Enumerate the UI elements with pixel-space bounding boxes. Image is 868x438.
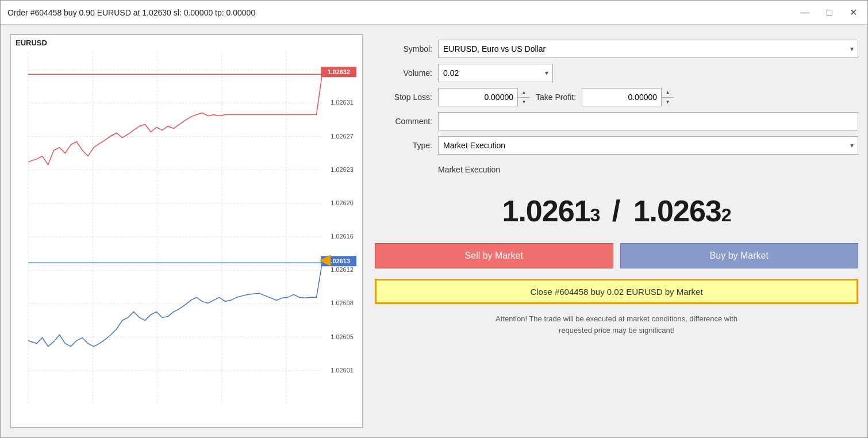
price-chart: 1.02634 1.02631 1.02627 1.02623 1.02620 … — [11, 35, 362, 427]
minimize-button[interactable]: — — [797, 7, 813, 18]
attention-line2: requested price may be significant! — [559, 326, 674, 335]
take-profit-up-button[interactable]: ▲ — [662, 88, 674, 98]
svg-text:1.02608: 1.02608 — [331, 299, 353, 306]
controls-panel: Symbol: EURUSD, Euro vs US Dollar ▾ Volu… — [375, 34, 858, 428]
svg-text:1.02605: 1.02605 — [331, 333, 353, 340]
svg-text:1.02601: 1.02601 — [331, 367, 353, 374]
action-buttons: Sell by Market Buy by Market — [375, 243, 858, 268]
take-profit-spinner: ▲ ▼ — [661, 88, 674, 106]
volume-row: Volume: 0.02 0.01 0.05 0.10 ▾ — [375, 64, 858, 82]
svg-text:1.02613: 1.02613 — [328, 258, 350, 264]
volume-select-wrapper[interactable]: 0.02 0.01 0.05 0.10 ▾ — [438, 64, 553, 82]
type-label: Type: — [375, 141, 432, 150]
bid-small: 3 — [590, 205, 600, 225]
take-profit-spinbox[interactable]: 0.00000 ▲ ▼ — [582, 88, 674, 106]
comment-input[interactable] — [438, 112, 858, 130]
svg-text:1.02623: 1.02623 — [331, 166, 353, 173]
take-profit-label: Take Profit: — [536, 93, 576, 102]
svg-text:1.02616: 1.02616 — [331, 233, 353, 240]
main-content: EURUSD — [1, 25, 867, 437]
stop-loss-down-button[interactable]: ▼ — [518, 98, 530, 107]
sl-tp-row: Stop Loss: 0.00000 ▲ ▼ Take Profit: 0.00… — [375, 88, 858, 106]
attention-text: Attention! The trade will be executed at… — [375, 313, 858, 336]
svg-text:1.02631: 1.02631 — [331, 99, 353, 106]
market-exec-row: Market Execution — [375, 160, 858, 179]
type-select-wrapper[interactable]: Market Execution ▾ — [438, 136, 858, 155]
symbol-label: Symbol: — [375, 44, 432, 53]
price-display: 1.02613 / 1.02632 — [375, 185, 858, 233]
window-title: Order #604458 buy 0.90 EURUSD at 1.02630… — [7, 8, 797, 17]
stop-loss-input[interactable]: 0.00000 — [438, 88, 530, 106]
symbol-row: Symbol: EURUSD, Euro vs US Dollar ▾ — [375, 40, 858, 58]
type-row: Type: Market Execution ▾ — [375, 136, 858, 155]
take-profit-input[interactable]: 0.00000 — [582, 88, 674, 106]
ask-main: 1.0263 — [633, 194, 721, 228]
market-execution-label: Market Execution — [438, 164, 500, 175]
close-order-button[interactable]: Close #604458 buy 0.02 EURUSD by Market — [375, 279, 858, 304]
title-bar: Order #604458 buy 0.90 EURUSD at 1.02630… — [1, 1, 867, 25]
window-controls: — □ ✕ — [797, 7, 861, 18]
comment-row: Comment: — [375, 112, 858, 130]
chart-symbol-label: EURUSD — [16, 39, 47, 47]
svg-text:1.02620: 1.02620 — [331, 199, 353, 206]
volume-select[interactable]: 0.02 0.01 0.05 0.10 — [438, 64, 553, 82]
stop-loss-spinbox[interactable]: 0.00000 ▲ ▼ — [438, 88, 530, 106]
svg-text:1.02632: 1.02632 — [328, 68, 350, 75]
symbol-select-wrapper[interactable]: EURUSD, Euro vs US Dollar ▾ — [438, 40, 858, 58]
ask-price-display: 1.02632 — [633, 194, 731, 228]
symbol-select[interactable]: EURUSD, Euro vs US Dollar — [438, 40, 858, 58]
maximize-button[interactable]: □ — [823, 7, 836, 18]
attention-line1: Attention! The trade will be executed at… — [496, 314, 738, 323]
svg-text:1.02612: 1.02612 — [331, 266, 353, 273]
take-profit-group: Take Profit: 0.00000 ▲ ▼ — [536, 88, 674, 106]
svg-text:1.02627: 1.02627 — [331, 132, 353, 139]
type-select[interactable]: Market Execution — [438, 136, 858, 155]
bid-main: 1.0261 — [502, 194, 590, 228]
volume-label: Volume: — [375, 68, 432, 78]
comment-label: Comment: — [375, 117, 432, 126]
stop-loss-spinner: ▲ ▼ — [517, 88, 530, 106]
bid-price-display: 1.02613 — [502, 194, 607, 228]
take-profit-down-button[interactable]: ▼ — [662, 98, 674, 107]
ask-small: 2 — [721, 205, 731, 225]
stop-loss-up-button[interactable]: ▲ — [518, 88, 530, 98]
main-window: Order #604458 buy 0.90 EURUSD at 1.02630… — [0, 0, 868, 438]
price-separator: / — [612, 194, 629, 228]
buy-by-market-button[interactable]: Buy by Market — [620, 243, 859, 268]
sell-by-market-button[interactable]: Sell by Market — [375, 243, 613, 268]
svg-rect-0 — [11, 35, 362, 427]
close-button[interactable]: ✕ — [846, 7, 861, 18]
stop-loss-label: Stop Loss: — [375, 93, 432, 102]
chart-panel: EURUSD — [10, 34, 363, 428]
